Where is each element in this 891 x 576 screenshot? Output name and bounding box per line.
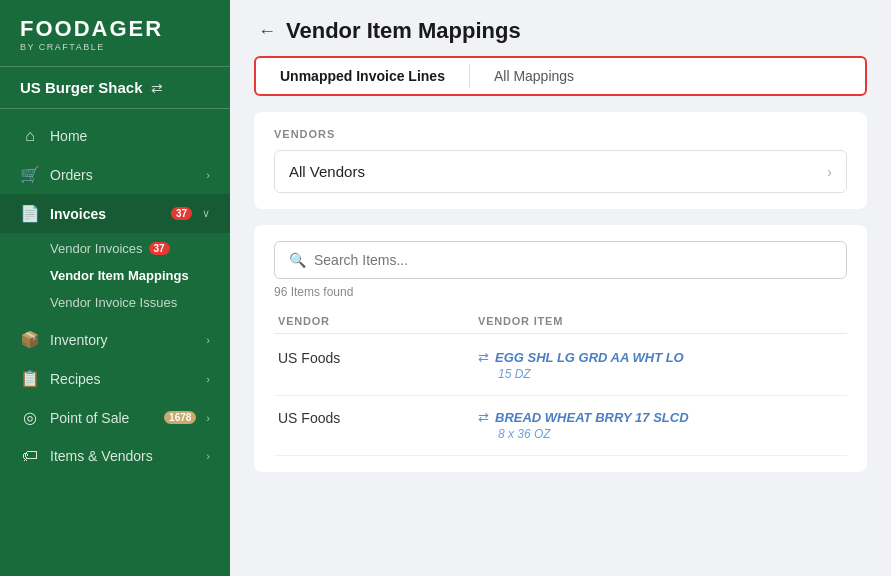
back-button[interactable]: ← [258,21,276,42]
sidebar-item-vendor-item-mappings[interactable]: Vendor Item Mappings [50,262,230,289]
vendor-select-value: All Vendors [289,163,365,180]
inventory-icon: 📦 [20,330,40,349]
chevron-down-icon: ∨ [202,207,210,220]
col-header-vendor-item: VENDOR ITEM [478,315,843,327]
pos-badge: 1678 [164,411,196,424]
sidebar: FOODAGER BY CRAFTABLE US Burger Shack ⇄ … [0,0,230,576]
sidebar-item-label: Inventory [50,332,196,348]
sidebar-item-vendor-invoice-issues[interactable]: Vendor Invoice Issues [50,289,230,316]
chevron-right-icon: › [206,373,210,385]
location-name: US Burger Shack [20,79,143,96]
chevron-right-icon: › [206,334,210,346]
sidebar-nav: ⌂ Home 🛒 Orders › 📄 Invoices 37 ∨ Vendor… [0,109,230,576]
sidebar-item-orders[interactable]: 🛒 Orders › [0,155,230,194]
sidebar-item-point-of-sale[interactable]: ◎ Point of Sale 1678 › [0,398,230,437]
sidebar-item-label: Invoices [50,206,161,222]
vendors-section-label: VENDORS [274,128,847,140]
vendor-name: US Foods [278,350,478,366]
orders-icon: 🛒 [20,165,40,184]
link-icon: ⇄ [478,350,489,365]
search-and-table-section: 🔍 96 Items found VENDOR VENDOR ITEM US F… [254,225,867,472]
sidebar-item-vendor-invoices[interactable]: Vendor Invoices 37 [50,235,230,262]
vendor-invoice-issues-label: Vendor Invoice Issues [50,295,177,310]
item-link-row: ⇄ EGG SHL LG GRD AA WHT LO [478,350,843,365]
item-name[interactable]: BREAD WHEAT BRRY 17 SLCD [495,410,689,425]
location-switcher[interactable]: US Burger Shack ⇄ [0,67,230,109]
sidebar-item-label: Home [50,128,210,144]
vendor-item-cell: ⇄ BREAD WHEAT BRRY 17 SLCD 8 x 36 OZ [478,410,843,441]
logo-sub: BY CRAFTABLE [20,42,210,52]
logo-name: FOODAGER [20,18,210,40]
recipes-icon: 📋 [20,369,40,388]
vendor-item-mappings-label: Vendor Item Mappings [50,268,189,283]
sidebar-item-home[interactable]: ⌂ Home [0,117,230,155]
items-vendors-icon: 🏷 [20,447,40,465]
vendor-select-dropdown[interactable]: All Vendors › [274,150,847,193]
page-header: ← Vendor Item Mappings [230,0,891,56]
sidebar-item-items-vendors[interactable]: 🏷 Items & Vendors › [0,437,230,475]
sidebar-item-invoices[interactable]: 📄 Invoices 37 ∨ [0,194,230,233]
sidebar-item-label: Recipes [50,371,196,387]
swap-icon: ⇄ [151,80,163,96]
table-row: US Foods ⇄ EGG SHL LG GRD AA WHT LO 15 D… [274,336,847,396]
vendor-invoices-badge: 37 [149,242,170,255]
vendor-item-cell: ⇄ EGG SHL LG GRD AA WHT LO 15 DZ [478,350,843,381]
invoices-subnav: Vendor Invoices 37 Vendor Item Mappings … [0,233,230,320]
item-sub: 15 DZ [478,367,843,381]
chevron-right-icon: › [206,412,210,424]
content-area: VENDORS All Vendors › 🔍 96 Items found V… [230,112,891,576]
page-title: Vendor Item Mappings [286,18,521,44]
invoices-badge: 37 [171,207,192,220]
invoices-icon: 📄 [20,204,40,223]
sidebar-item-recipes[interactable]: 📋 Recipes › [0,359,230,398]
main-content: ← Vendor Item Mappings Unmapped Invoice … [230,0,891,576]
sidebar-item-label: Items & Vendors [50,448,196,464]
items-found-count: 96 Items found [274,285,847,299]
table-header: VENDOR VENDOR ITEM [274,309,847,334]
pos-icon: ◎ [20,408,40,427]
tab-unmapped-invoice-lines[interactable]: Unmapped Invoice Lines [256,58,469,94]
tab-all-mappings[interactable]: All Mappings [470,58,598,94]
vendor-name: US Foods [278,410,478,426]
item-sub: 8 x 36 OZ [478,427,843,441]
sidebar-item-inventory[interactable]: 📦 Inventory › [0,320,230,359]
col-header-vendor: VENDOR [278,315,478,327]
table-row: US Foods ⇄ BREAD WHEAT BRRY 17 SLCD 8 x … [274,396,847,456]
item-name[interactable]: EGG SHL LG GRD AA WHT LO [495,350,684,365]
sidebar-item-label: Orders [50,167,196,183]
link-icon: ⇄ [478,410,489,425]
chevron-right-icon: › [206,450,210,462]
vendor-invoices-label: Vendor Invoices [50,241,143,256]
item-link-row: ⇄ BREAD WHEAT BRRY 17 SLCD [478,410,843,425]
sidebar-item-label: Point of Sale [50,410,154,426]
search-box: 🔍 [274,241,847,279]
search-input[interactable] [314,252,832,268]
vendors-section: VENDORS All Vendors › [254,112,867,209]
logo: FOODAGER BY CRAFTABLE [0,0,230,67]
chevron-right-icon: › [206,169,210,181]
home-icon: ⌂ [20,127,40,145]
search-icon: 🔍 [289,252,306,268]
tabs-container: Unmapped Invoice Lines All Mappings [254,56,867,96]
chevron-right-icon: › [827,164,832,180]
